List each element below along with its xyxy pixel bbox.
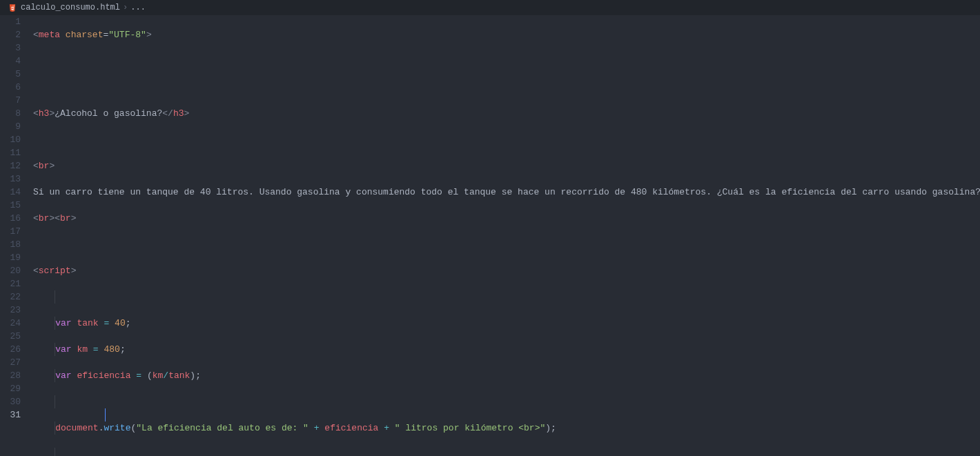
breadcrumb-separator: › (123, 1, 128, 14)
line-number: 8 (0, 107, 21, 120)
code-area[interactable]: <meta charset="UTF-8"> <h3>¿Alcohol o ga… (33, 15, 980, 456)
line-number: 22 (0, 290, 21, 304)
line-number: 11 (0, 146, 21, 159)
code-editor[interactable]: 1234567891011121314151617181920212223242… (0, 15, 980, 456)
line-number: 28 (0, 369, 21, 382)
line-number: 5 (0, 68, 21, 81)
breadcrumb[interactable]: calculo_consumo.html › ... (0, 0, 980, 15)
line-number: 19 (0, 251, 21, 264)
line-number: 14 (0, 186, 21, 199)
line-number: 9 (0, 120, 21, 133)
breadcrumb-filename: calculo_consumo.html (21, 1, 120, 14)
line-number: 17 (0, 225, 21, 238)
line-number: 3 (0, 41, 21, 54)
line-number: 27 (0, 356, 21, 369)
line-number: 21 (0, 277, 21, 290)
line-number: 13 (0, 172, 21, 186)
line-number: 10 (0, 133, 21, 146)
line-number: 1 (0, 15, 21, 28)
line-number: 12 (0, 159, 21, 172)
line-number: 29 (0, 382, 21, 395)
line-number: 7 (0, 94, 21, 107)
line-number: 15 (0, 199, 21, 212)
line-number: 16 (0, 212, 21, 225)
html-file-icon (8, 3, 17, 12)
line-number: 25 (0, 330, 21, 343)
line-number: 30 (0, 395, 21, 408)
line-number-gutter: 1234567891011121314151617181920212223242… (0, 15, 33, 456)
line-number: 26 (0, 343, 21, 356)
line-number: 20 (0, 264, 21, 277)
line-number: 18 (0, 238, 21, 251)
line-number: 31 (0, 408, 21, 422)
line-number: 23 (0, 304, 21, 317)
line-number: 6 (0, 81, 21, 94)
line-number: 24 (0, 317, 21, 330)
text-cursor (105, 408, 106, 422)
breadcrumb-trail: ... (130, 1, 146, 14)
line-number: 4 (0, 54, 21, 68)
line-number: 2 (0, 28, 21, 41)
